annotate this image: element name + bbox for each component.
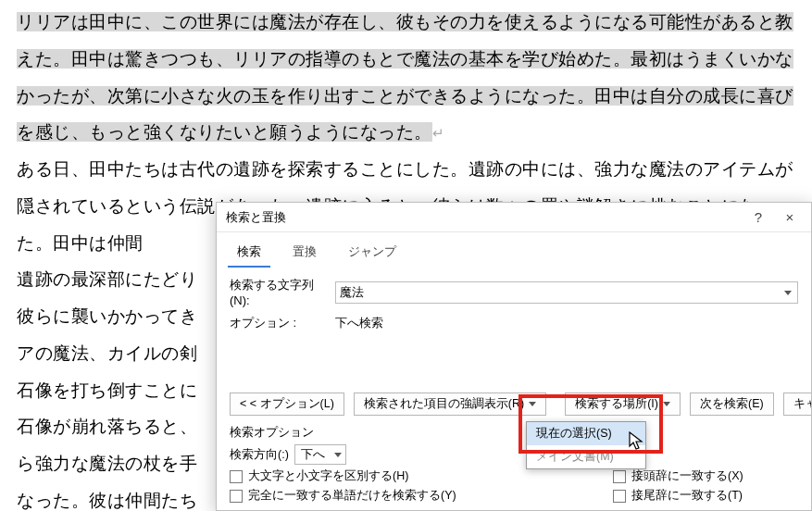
- tab-search[interactable]: 検索: [228, 240, 270, 268]
- dialog-button-row: < < オプション(L) 検索された項目の強調表示(R) 検索する場所(I) 次…: [217, 389, 811, 421]
- match-case-checkbox[interactable]: [230, 470, 243, 483]
- dialog-tabs: 検索 置換 ジャンプ: [217, 232, 811, 268]
- selected-text[interactable]: リリアは田中に、この世界には魔法が存在し、彼もその力を使えるようになる可能性があ…: [17, 12, 793, 142]
- direction-label: 検索方向(:): [230, 447, 289, 463]
- options-label: オプション :: [230, 315, 330, 331]
- menu-item-main-document[interactable]: メイン文書(M): [527, 445, 645, 468]
- reading-highlight-button[interactable]: 検索された項目の強調表示(R): [354, 393, 546, 416]
- find-input-value: 魔法: [340, 284, 779, 301]
- body-text[interactable]: 彼らに襲いかかってき: [17, 306, 197, 326]
- search-options-header: 検索オプション: [217, 421, 811, 442]
- direction-value: 下へ: [301, 447, 325, 463]
- match-suffix-label: 接尾辞に一致する(T): [631, 488, 743, 504]
- cancel-button[interactable]: キャンセル: [783, 393, 812, 416]
- body-text[interactable]: 石像が崩れ落ちると、: [17, 417, 197, 436]
- find-replace-dialog: 検索と置換 ? × 検索 置換 ジャンプ 検索する文字列(N): 魔法 オプショ…: [216, 202, 812, 511]
- match-suffix-checkbox[interactable]: [613, 490, 626, 503]
- help-button[interactable]: ?: [743, 205, 774, 231]
- whole-word-checkbox[interactable]: [230, 490, 243, 503]
- find-input[interactable]: 魔法: [335, 281, 798, 304]
- body-text[interactable]: 遺跡の最深部にたどり: [17, 269, 197, 289]
- body-text[interactable]: アの魔法、カイルの剣: [17, 343, 197, 363]
- body-text[interactable]: なった。彼は仲間たち: [17, 491, 197, 510]
- tab-replace[interactable]: 置換: [283, 240, 326, 268]
- paragraph-mark: ↵: [432, 125, 445, 141]
- find-history-dropdown-icon[interactable]: [779, 287, 793, 298]
- direction-select[interactable]: 下へ: [294, 444, 346, 465]
- body-text[interactable]: ら強力な魔法の杖を手: [17, 454, 197, 473]
- find-next-button[interactable]: 次を検索(E): [690, 393, 774, 416]
- match-prefix-checkbox[interactable]: [613, 470, 626, 483]
- close-button[interactable]: ×: [774, 205, 806, 231]
- match-case-label: 大文字と小文字を区別する(H): [248, 468, 408, 484]
- dialog-titlebar[interactable]: 検索と置換 ? ×: [217, 203, 811, 232]
- body-text[interactable]: 石像を打ち倒すことに: [17, 380, 197, 400]
- match-prefix-label: 接頭辞に一致する(X): [631, 468, 743, 484]
- chevron-down-icon: [529, 402, 536, 406]
- chevron-down-icon: [331, 450, 344, 460]
- whole-word-label: 完全に一致する単語だけを検索する(Y): [248, 488, 456, 504]
- options-value: 下へ検索: [335, 315, 798, 331]
- tab-jump[interactable]: ジャンプ: [339, 240, 406, 268]
- dialog-title: 検索と置換: [226, 209, 743, 226]
- less-options-button[interactable]: < < オプション(L): [230, 393, 344, 416]
- search-in-menu: 現在の選択(S) メイン文書(M): [526, 421, 646, 469]
- search-in-button[interactable]: 検索する場所(I): [565, 393, 681, 416]
- menu-item-current-selection[interactable]: 現在の選択(S): [527, 422, 645, 445]
- find-label: 検索する文字列(N):: [230, 277, 330, 307]
- chevron-down-icon: [663, 402, 670, 406]
